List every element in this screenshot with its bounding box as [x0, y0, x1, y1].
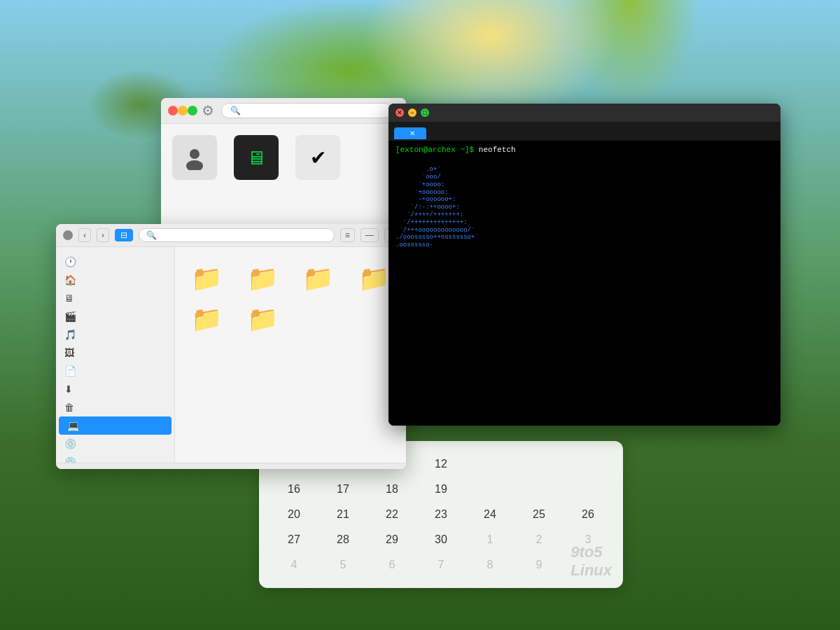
- settings-min-btn[interactable]: [178, 106, 188, 115]
- cal-spacer4: [466, 477, 514, 501]
- fm-view-btn[interactable]: ⊟: [115, 229, 133, 241]
- neofetch-art: .o+` `ooo/ `+oooo: `+oooooo: -+oooooo+: …: [396, 158, 507, 249]
- sidebar-item-videos[interactable]: 🎬: [56, 307, 174, 326]
- sidebar-item-home[interactable]: 🏠: [56, 271, 174, 289]
- settings-close-btn[interactable]: [168, 106, 178, 115]
- fm-body: 🕐 🏠 🖥 🎬 🎵 🖼: [56, 247, 406, 463]
- terminal-body[interactable]: [exton@archex ~]$ neofetch .o+` `ooo/ `+…: [388, 141, 780, 426]
- cal-4b: 4: [270, 553, 318, 577]
- cal-19[interactable]: 19: [417, 477, 465, 501]
- cal-1: 1: [466, 528, 514, 552]
- vol2-icon: 💿: [64, 456, 76, 463]
- terminal-close-btn[interactable]: ✕: [396, 108, 404, 117]
- settings-max-btn[interactable]: [188, 106, 197, 115]
- svg-point-1: [186, 160, 203, 170]
- neofetch-container: .o+` `ooo/ `+oooo: `+oooooo: -+oooooo+: …: [396, 158, 774, 249]
- terminal-window-btns: ✕ − □: [396, 108, 429, 117]
- cal-26[interactable]: 26: [564, 503, 612, 526]
- terminal-max-btn[interactable]: □: [421, 108, 429, 117]
- sidebar-item-downloads[interactable]: ⬇: [56, 380, 174, 398]
- cal-18[interactable]: 18: [368, 477, 416, 501]
- folder-videos-icon: 📁: [247, 264, 279, 293]
- sidebar-item-music[interactable]: 🎵: [56, 326, 174, 344]
- fm-split-btn[interactable]: —: [360, 228, 379, 242]
- folder-desktop[interactable]: 📁: [183, 264, 231, 296]
- terminal-tab[interactable]: ✕: [394, 127, 426, 139]
- folder-videos[interactable]: 📁: [239, 264, 287, 296]
- cal-6b: 6: [368, 553, 416, 577]
- settings-search-icon: 🔍: [230, 106, 241, 115]
- home-icon: 🏠: [64, 274, 76, 286]
- cal-12[interactable]: 12: [417, 452, 465, 476]
- fm-menu-btn[interactable]: ≡: [340, 228, 355, 242]
- cal-spacer6: [564, 477, 612, 501]
- computer-icon: 💻: [67, 420, 79, 431]
- cal-25[interactable]: 25: [515, 503, 563, 526]
- fm-titlebar: ‹ › ⊟ 🔍 ≡ — □: [56, 224, 406, 247]
- sidebar-item-trash[interactable]: 🗑: [56, 398, 174, 416]
- cal-spacer3: [564, 452, 612, 476]
- folder-desktop-icon: 📁: [191, 264, 223, 293]
- fm-close-btn[interactable]: [63, 230, 73, 240]
- terminal-tab-close[interactable]: ✕: [410, 130, 415, 137]
- terminal-window: ✕ − □ ✕ [exton@archex ~]$ neofetch .o+` …: [388, 104, 780, 426]
- vol1-icon: 💿: [64, 438, 76, 449]
- cal-16[interactable]: 16: [270, 477, 318, 501]
- cal-23[interactable]: 23: [417, 503, 465, 526]
- settings-gear-icon: ⚙: [202, 102, 214, 119]
- fm-search[interactable]: 🔍: [139, 228, 335, 242]
- settings-default-apps[interactable]: ✔: [295, 135, 340, 186]
- settings-titlebar: ⚙ 🔍: [161, 98, 406, 124]
- cal-22[interactable]: 22: [368, 503, 416, 526]
- cal-8b: 8: [466, 553, 514, 577]
- folder-downloads[interactable]: 📁: [239, 304, 287, 337]
- cal-9b: 9: [515, 553, 563, 577]
- folder-music-icon: 📁: [302, 264, 334, 293]
- terminal-command-line: [exton@archex ~]$ neofetch: [396, 145, 774, 155]
- trash-icon: 🗑: [64, 402, 74, 413]
- fm-forward-btn[interactable]: ›: [97, 228, 109, 242]
- cal-20[interactable]: 20: [270, 503, 318, 526]
- fm-main: 📁 📁 📁 📁 📁: [175, 247, 406, 463]
- cal-28[interactable]: 28: [319, 528, 367, 552]
- fm-back-btn[interactable]: ‹: [78, 228, 91, 242]
- videos-icon: 🎬: [64, 311, 76, 322]
- calendar-watermark: 9to5Linux: [570, 543, 612, 580]
- cal-spacer5: [515, 477, 563, 501]
- settings-body: 🖥 ✔: [161, 124, 406, 197]
- cal-spacer1: [466, 452, 514, 476]
- sidebar-item-desktop[interactable]: 🖥: [56, 289, 174, 307]
- sidebar-item-pictures[interactable]: 🖼: [56, 344, 174, 362]
- downloads-icon: ⬇: [64, 384, 73, 395]
- sidebar-item-vol2[interactable]: 💿: [56, 453, 174, 463]
- cal-24[interactable]: 24: [466, 503, 514, 526]
- music-icon: 🎵: [64, 329, 76, 340]
- display-icon: 🖥: [234, 135, 279, 180]
- fm-folders-grid: 📁 📁 📁 📁 📁: [183, 264, 398, 337]
- cal-27[interactable]: 27: [270, 528, 318, 552]
- terminal-titlebar: ✕ − □: [388, 104, 780, 122]
- cal-21[interactable]: 21: [319, 503, 367, 526]
- terminal-min-btn[interactable]: −: [408, 108, 416, 117]
- cal-30[interactable]: 30: [417, 528, 465, 552]
- cal-17[interactable]: 17: [319, 477, 367, 501]
- fm-sidebar: 🕐 🏠 🖥 🎬 🎵 🖼: [56, 247, 175, 463]
- terminal-tab-bar: ✕: [388, 126, 780, 141]
- cal-7b: 7: [417, 553, 465, 577]
- cal-spacer2: [515, 452, 563, 476]
- folder-music[interactable]: 📁: [295, 264, 342, 296]
- folder-documents[interactable]: 📁: [183, 304, 231, 337]
- sidebar-item-vol1[interactable]: 💿: [56, 435, 174, 453]
- sidebar-item-computer[interactable]: 💻: [59, 416, 172, 435]
- cal-2: 2: [515, 528, 563, 552]
- settings-window: ⚙ 🔍 🖥 ✔: [161, 98, 406, 238]
- settings-accounts[interactable]: [172, 135, 217, 186]
- cal-29[interactable]: 29: [368, 528, 416, 552]
- folder-documents-icon: 📁: [191, 304, 223, 334]
- svg-point-0: [190, 149, 200, 159]
- sidebar-item-recent[interactable]: 🕐: [56, 253, 174, 271]
- sidebar-item-documents[interactable]: 📄: [56, 362, 174, 380]
- settings-search[interactable]: 🔍: [221, 103, 392, 118]
- folder-downloads-icon: 📁: [247, 304, 279, 334]
- settings-display[interactable]: 🖥: [234, 135, 279, 186]
